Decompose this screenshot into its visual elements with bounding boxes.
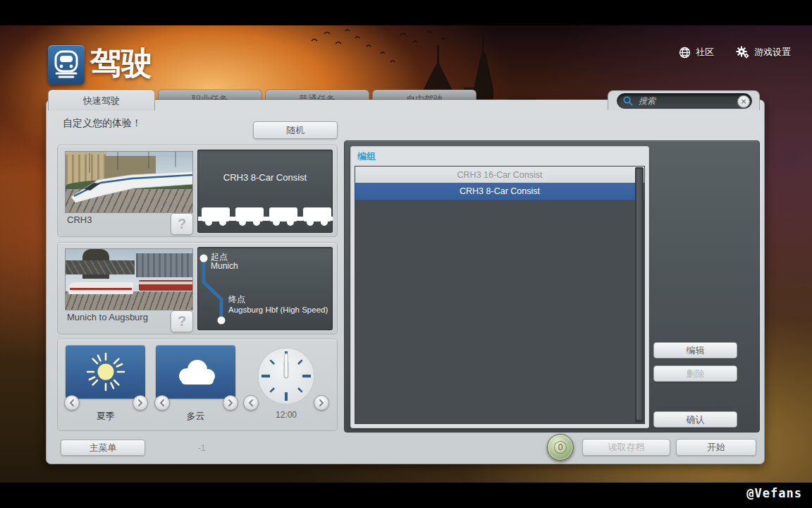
list-item-label: CRH3 16-Car Consist	[457, 170, 543, 180]
tab-label: 快速驾驶	[83, 95, 120, 107]
season-next-button[interactable]	[133, 395, 148, 411]
tab-quick-drive[interactable]: 快速驾驶	[48, 90, 155, 111]
delete-consist-button[interactable]: 删除	[653, 365, 737, 382]
start-button[interactable]: 开始	[676, 439, 756, 456]
route-help-button[interactable]: ?	[171, 310, 193, 332]
car-wheel	[205, 219, 212, 226]
list-item-selected[interactable]: CRH3 8-Car Consist	[355, 183, 644, 200]
game-settings-label: 游戏设置	[754, 46, 791, 59]
photo-ice-stripe	[70, 288, 132, 290]
chevron-right-icon	[137, 399, 143, 406]
quick-drive-panel: 自定义您的体验！ 随机 CRH3 ? CRH3 8-Ca	[46, 99, 765, 464]
consist-name: CRH3 8-Car Consist	[197, 172, 333, 183]
load-save-button[interactable]: 读取存档	[582, 439, 670, 456]
route-preview-panel[interactable]: 起点 Munich 终点 Augsburg Hbf (High Speed)	[197, 247, 333, 330]
chevron-left-icon	[69, 399, 75, 406]
season-label: 夏季	[66, 410, 145, 423]
car-wheel	[253, 219, 260, 226]
search-field-wrap: ×	[617, 93, 752, 109]
car-wheel	[287, 219, 294, 226]
train-consist-card: CRH3 ? CRH3 8-Car Consist	[57, 145, 338, 237]
list-item-label: CRH3 8-Car Consist	[460, 186, 540, 196]
search-input[interactable]	[637, 95, 734, 107]
route-name: Munich to Augsburg	[67, 312, 148, 322]
weather-label: 多云	[156, 410, 235, 423]
search-icon	[623, 96, 633, 106]
weather-tile[interactable]	[156, 345, 235, 399]
train-car-icon	[269, 207, 297, 230]
car-buffer	[198, 217, 202, 221]
time-prev-button[interactable]	[243, 395, 259, 411]
chevron-right-icon	[228, 399, 233, 406]
time-next-button[interactable]	[314, 395, 329, 411]
globe-icon	[679, 47, 691, 59]
photo-detail	[136, 253, 193, 277]
screen: 驾驶 社区	[0, 0, 812, 508]
car-buffer	[300, 217, 303, 221]
counter-value: -1	[180, 443, 223, 453]
score-orb[interactable]: 0	[547, 434, 574, 461]
analog-clock-icon	[257, 346, 316, 406]
photo-detail	[66, 291, 193, 310]
community-label: 社区	[696, 46, 714, 59]
train-car-icon	[303, 207, 331, 230]
cloud-icon	[173, 357, 219, 387]
train-car-icon	[235, 207, 264, 230]
list-item[interactable]: CRH3 16-Car Consist	[355, 167, 644, 183]
car-wheel	[219, 219, 226, 226]
random-button[interactable]: 随机	[253, 121, 338, 139]
consist-preview-panel[interactable]: CRH3 8-Car Consist	[197, 150, 333, 233]
consist-list-title: 编组	[357, 150, 376, 163]
train-name: CRH3	[67, 214, 92, 225]
scrollbar-thumb[interactable]	[636, 169, 642, 420]
route-photo[interactable]	[65, 248, 193, 310]
main-menu-button[interactable]: 主菜单	[61, 440, 145, 456]
route-start-value: Munich	[211, 261, 238, 271]
letterbox-top	[0, 0, 812, 25]
time-clock[interactable]	[257, 346, 316, 406]
train-car-icon	[202, 207, 230, 230]
season-prev-button[interactable]	[64, 395, 80, 411]
game-settings-link[interactable]: 游戏设置	[736, 45, 791, 59]
car-buffer	[232, 217, 235, 221]
watermark: @Vefans	[746, 486, 802, 500]
car-wheel	[273, 219, 280, 226]
consist-list-panel: 编组 CRH3 16-Car Consist CRH3 8-Car Consis…	[350, 146, 649, 428]
community-link[interactable]: 社区	[679, 45, 714, 59]
close-icon: ×	[741, 96, 746, 107]
customize-subtitle: 自定义您的体验！	[63, 117, 142, 130]
route-card: Munich to Augsburg ? 起点 Munich 终点 Augsbu…	[57, 242, 338, 334]
route-end-label: 终点	[228, 294, 245, 306]
chevron-left-icon	[159, 399, 165, 406]
season-tile[interactable]	[66, 345, 145, 399]
consist-selection-panel: 编组 CRH3 16-Car Consist CRH3 8-Car Consis…	[344, 140, 760, 433]
train-front-icon	[54, 50, 79, 80]
car-wheel	[239, 219, 246, 226]
photo-red-train-band	[139, 282, 193, 284]
car-buffer	[331, 217, 333, 221]
gear-icon	[736, 46, 749, 59]
consist-list: CRH3 16-Car Consist CRH3 8-Car Consist	[355, 166, 645, 424]
train-photo[interactable]	[65, 151, 193, 213]
conditions-card: 夏季 多云	[57, 339, 338, 431]
search-box: ×	[608, 90, 760, 110]
letterbox-bottom: @Vefans	[0, 483, 812, 508]
edit-consist-button[interactable]: 编辑	[653, 342, 737, 358]
photo-detail	[66, 260, 135, 274]
score-orb-value: 0	[554, 441, 567, 454]
car-wheel	[307, 219, 314, 226]
confirm-consist-button[interactable]: 确认	[653, 411, 737, 428]
weather-next-button[interactable]	[223, 395, 238, 411]
chevron-left-icon	[248, 399, 254, 406]
photo-train-shape	[66, 152, 193, 213]
route-end-value: Augsburg Hbf (High Speed)	[228, 306, 328, 314]
app-logo	[48, 45, 85, 85]
scrollbar[interactable]	[635, 167, 644, 423]
page-title: 驾驶	[90, 42, 152, 84]
time-label: 12:00	[257, 410, 316, 420]
weather-prev-button[interactable]	[154, 395, 170, 411]
train-cars-icon	[202, 207, 331, 230]
train-help-button[interactable]: ?	[171, 213, 193, 235]
search-clear-button[interactable]: ×	[737, 95, 750, 108]
car-buffer	[266, 217, 269, 221]
